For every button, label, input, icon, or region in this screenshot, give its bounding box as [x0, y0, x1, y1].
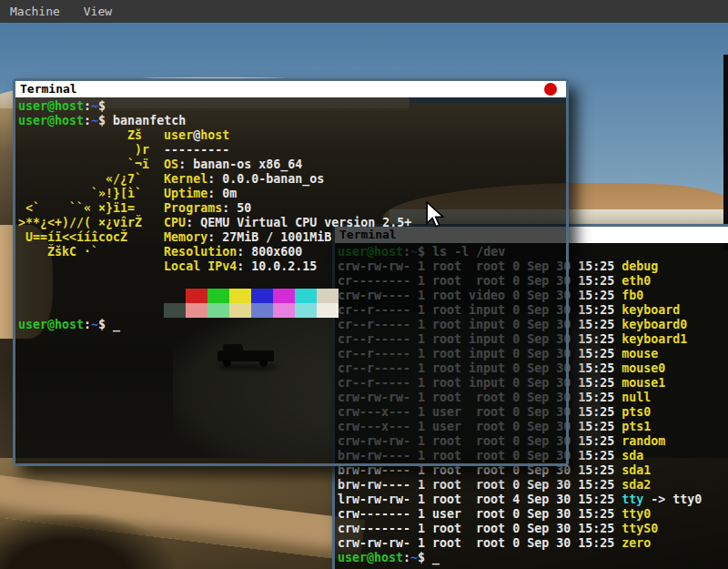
palette-swatch — [273, 303, 295, 318]
palette-swatch — [251, 303, 273, 318]
palette-swatch — [317, 289, 339, 303]
blank-line — [18, 274, 566, 289]
terminal-front-content[interactable]: user@host:~$ user@host:~$ bananfetch Zš … — [15, 97, 566, 463]
menu-bar: Machine View — [0, 0, 728, 23]
close-button[interactable] — [544, 83, 557, 96]
ls-row: crw------- 1 user root 0 Sep 30 15:25 tt… — [338, 507, 728, 522]
fetch-line: «/¿7` Kernel: 0.0.0-banan_os — [18, 172, 566, 187]
ls-row: crw------- 1 root root 0 Sep 30 15:25 tt… — [338, 522, 728, 536]
fetch-line: >**¿<+)//( ×¿vîrŽ CPU: QEMU Virtual CPU … — [18, 216, 566, 230]
palette-swatch — [164, 303, 186, 318]
terminal-window-front[interactable]: Terminal user@host:~$ user@host:~$ banan… — [13, 78, 569, 466]
fetch-line: )r --------- — [18, 143, 566, 157]
palette-row — [18, 303, 566, 318]
palette-row — [18, 289, 566, 303]
wallpaper-edge-strip — [723, 55, 728, 250]
palette-swatch — [207, 303, 229, 318]
menu-item-machine[interactable]: Machine — [10, 5, 60, 18]
fetch-line: <` ``« ×}ï1= Programs: 50 — [18, 201, 566, 216]
palette-swatch — [186, 289, 207, 303]
fetch-line: Local IPv4: 10.0.2.15 — [18, 259, 566, 274]
palette-swatch — [229, 289, 251, 303]
fetch-line: Zš user@host — [18, 128, 566, 143]
ls-row: lrw-rw-rw- 1 root root 4 Sep 30 15:25 tt… — [338, 493, 728, 507]
palette-swatch — [229, 303, 251, 318]
wallpaper-dark-corner — [0, 514, 173, 569]
terminal-front-titlebar[interactable]: Terminal — [15, 81, 566, 97]
desktop-background: Terminal user@host:~$ ls -l /devcrw-rw-r… — [0, 23, 728, 569]
prompt-line-cursor: user@host:~$ _ — [338, 551, 728, 565]
palette-swatch — [164, 289, 186, 303]
terminal-front-title: Terminal — [20, 82, 77, 96]
palette-swatch — [295, 303, 317, 318]
palette-swatch — [273, 289, 295, 303]
fetch-line: ŽškC ·` Resolution: 800x600 — [18, 245, 566, 259]
palette-swatch — [186, 303, 207, 318]
ls-row: brw-rw---- 1 root root 0 Sep 30 15:25 sd… — [338, 478, 728, 493]
command-line: user@host:~$ bananfetch — [18, 114, 566, 128]
prompt-line-cursor: user@host:~$ _ — [18, 318, 566, 332]
fetch-line: U==íï<<ííîcocŽ Memory: 27MiB / 1001MiB — [18, 230, 566, 245]
menu-item-view[interactable]: View — [84, 5, 112, 18]
palette-swatch — [251, 289, 273, 303]
palette-swatch — [295, 289, 317, 303]
palette-swatch — [317, 303, 339, 318]
fetch-line: `¬ï OS: banan-os x86_64 — [18, 157, 566, 172]
palette-swatch — [207, 289, 229, 303]
ls-row: crw-rw-rw- 1 root root 0 Sep 30 15:25 ze… — [338, 536, 728, 551]
vm-screen: Machine View Terminal user@host:~$ ls -l… — [0, 0, 728, 569]
fetch-line: `»!}[ì` Uptime: 0m — [18, 187, 566, 201]
prompt-line: user@host:~$ — [18, 99, 566, 114]
